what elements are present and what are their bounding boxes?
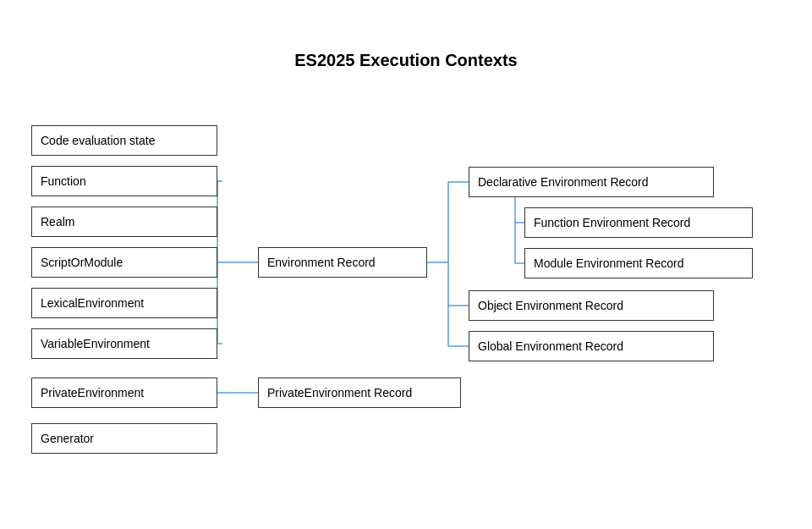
generator-box: Generator: [31, 423, 217, 454]
private-env-box: PrivateEnvironment: [31, 377, 217, 408]
global-env-box: Global Environment Record: [469, 331, 714, 361]
function-env-box: Function Environment Record: [524, 207, 753, 238]
variable-env-box: VariableEnvironment: [31, 328, 217, 359]
page-title: ES2025 Execution Contexts: [0, 51, 812, 70]
declarative-env-box: Declarative Environment Record: [469, 167, 714, 197]
function-box: Function: [31, 166, 217, 196]
script-or-module-box: ScriptOrModule: [31, 247, 217, 278]
module-env-box: Module Environment Record: [524, 248, 753, 278]
object-env-box: Object Environment Record: [469, 290, 714, 321]
realm-box: Realm: [31, 207, 217, 237]
env-record-box: Environment Record: [258, 247, 427, 278]
code-eval-box: Code evaluation state: [31, 125, 217, 156]
lexical-env-box: LexicalEnvironment: [31, 288, 217, 318]
diagram-container: ES2025 Execution Contexts: [0, 0, 812, 529]
private-env-record-box: PrivateEnvironment Record: [258, 377, 461, 408]
